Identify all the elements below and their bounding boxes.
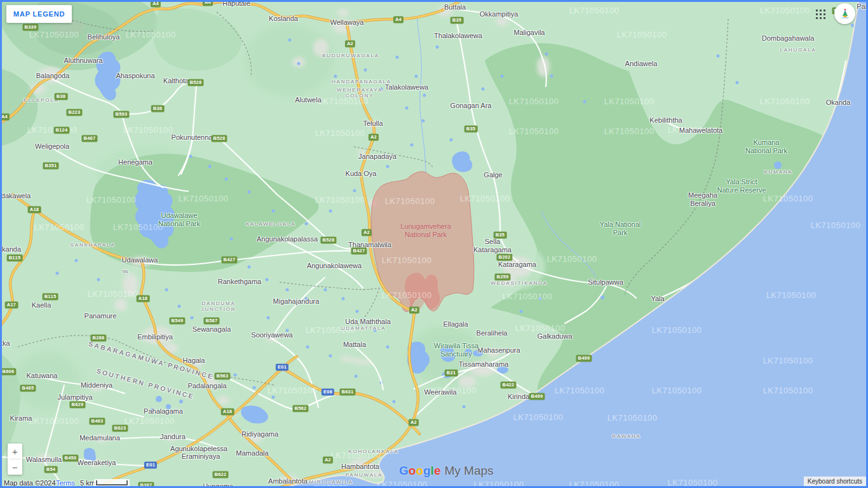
scale-label: 5 km bbox=[80, 479, 95, 487]
apps-grid-icon[interactable] bbox=[816, 10, 825, 19]
keyboard-shortcuts-button[interactable]: Keyboard shortcuts bbox=[804, 477, 866, 486]
map-canvas[interactable]: LK71050100LK71050100LK71050100LK71050100… bbox=[0, 0, 868, 488]
map-data-copyright: Map data ©2024 bbox=[4, 479, 56, 487]
zoom-control: + − bbox=[8, 444, 22, 475]
google-my-maps-logo[interactable]: Google My Maps bbox=[399, 464, 494, 478]
scale-bar-box bbox=[94, 479, 130, 487]
my-maps-wordmark: My Maps bbox=[444, 464, 493, 478]
google-logo: Google bbox=[399, 464, 440, 478]
zoom-in-button[interactable]: + bbox=[8, 444, 22, 459]
map-geography bbox=[0, 0, 868, 488]
my-maps-viewport: LK71050100LK71050100LK71050100LK71050100… bbox=[0, 0, 868, 488]
map-legend-button[interactable]: MAP LEGEND bbox=[6, 5, 72, 23]
account-avatar-icon[interactable] bbox=[834, 3, 855, 24]
terms-link[interactable]: Terms bbox=[56, 479, 75, 487]
scale-bar bbox=[96, 480, 128, 485]
zoom-out-button[interactable]: − bbox=[8, 459, 22, 475]
